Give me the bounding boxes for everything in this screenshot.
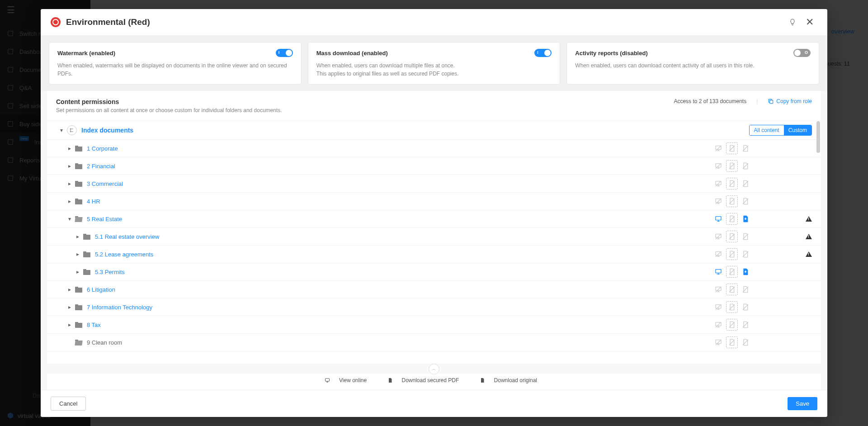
chevron-right-icon[interactable]: ▸ bbox=[72, 251, 83, 257]
save-button[interactable]: Save bbox=[788, 397, 817, 410]
download-secured-pdf-icon[interactable] bbox=[726, 231, 738, 242]
chevron-right-icon[interactable]: ▸ bbox=[64, 322, 75, 328]
view-online-icon[interactable] bbox=[712, 266, 724, 278]
card-title: Activity reports (disabled) bbox=[575, 50, 647, 57]
download-original-icon[interactable] bbox=[740, 160, 751, 172]
download-original-icon[interactable] bbox=[740, 178, 751, 189]
download-secured-pdf-icon[interactable] bbox=[726, 284, 738, 295]
folder-link[interactable]: 6 Litigation bbox=[87, 286, 115, 293]
folder-link[interactable]: 8 Tax bbox=[87, 322, 101, 328]
chevron-right-icon[interactable]: ▸ bbox=[64, 304, 75, 310]
download-secured-pdf-icon[interactable] bbox=[726, 195, 738, 207]
setting-card-0: Watermark (enabled)IWhen enabled, waterm… bbox=[49, 42, 302, 85]
chevron-right-icon[interactable]: ▸ bbox=[64, 145, 75, 151]
folder-link[interactable]: 2 Financial bbox=[87, 163, 115, 170]
chevron-right-icon[interactable]: ▸ bbox=[64, 163, 75, 169]
folder-icon bbox=[75, 181, 82, 187]
download-original-icon[interactable] bbox=[740, 142, 751, 154]
access-count: Access to 2 of 133 documents bbox=[674, 98, 746, 104]
tree-row: ▾5 Real Estate bbox=[47, 210, 821, 228]
card-description: When enabled, users can download content… bbox=[575, 62, 811, 70]
permissions-subtitle: Set permissions on all content at once o… bbox=[56, 107, 282, 114]
toggle-switch[interactable]: I bbox=[276, 49, 293, 57]
content-scope-toggle[interactable]: All content Custom bbox=[749, 125, 812, 136]
permission-legend: View online Download secured PDF Downloa… bbox=[47, 374, 821, 390]
folder-link[interactable]: 5.3 Permits bbox=[95, 269, 125, 275]
download-secured-pdf-icon[interactable] bbox=[726, 301, 738, 313]
folder-icon bbox=[83, 234, 90, 240]
hint-bulb-icon[interactable] bbox=[788, 18, 797, 26]
folder-link[interactable]: 4 HR bbox=[87, 198, 100, 205]
folder-icon bbox=[75, 304, 82, 310]
download-original-icon[interactable] bbox=[740, 231, 751, 242]
tree-row: ▸5.2 Lease agreements bbox=[47, 246, 821, 263]
download-original-icon[interactable] bbox=[740, 248, 751, 260]
chevron-right-icon[interactable]: ▸ bbox=[64, 198, 75, 204]
download-secured-pdf-icon[interactable] bbox=[726, 142, 738, 154]
download-original-icon[interactable] bbox=[740, 195, 751, 207]
download-original-icon[interactable] bbox=[740, 301, 751, 313]
download-secured-pdf-icon[interactable] bbox=[726, 248, 738, 260]
permissions-title: Content permissions bbox=[56, 98, 282, 105]
download-secured-pdf-icon[interactable] bbox=[726, 178, 738, 189]
folder-link[interactable]: 5.1 Real estate overview bbox=[95, 233, 159, 240]
cancel-button[interactable]: Cancel bbox=[51, 397, 86, 411]
view-online-icon[interactable] bbox=[712, 248, 724, 260]
tree-row: ▸3 Commercial bbox=[47, 175, 821, 193]
all-content-option[interactable]: All content bbox=[750, 125, 784, 135]
download-original-icon[interactable] bbox=[740, 336, 751, 348]
view-online-icon[interactable] bbox=[712, 142, 724, 154]
folder-icon bbox=[75, 163, 82, 169]
copy-from-role-link[interactable]: Copy from role bbox=[768, 98, 812, 104]
chevron-right-icon[interactable]: ▸ bbox=[72, 269, 83, 275]
view-online-icon[interactable] bbox=[712, 160, 724, 172]
view-online-icon[interactable] bbox=[712, 284, 724, 295]
folder-link[interactable]: 1 Corporate bbox=[87, 145, 118, 152]
tree-row: ▸8 Tax bbox=[47, 316, 821, 334]
chevron-down-icon[interactable]: ▾ bbox=[64, 216, 75, 222]
folder-link[interactable]: 7 Information Technology bbox=[87, 304, 152, 311]
collapse-legend-button[interactable]: ︿ bbox=[429, 364, 439, 374]
tree-row: ▸5.3 Permits bbox=[47, 263, 821, 281]
index-documents-link[interactable]: Index documents bbox=[81, 127, 749, 134]
download-original-icon[interactable] bbox=[740, 319, 751, 331]
svg-point-10 bbox=[70, 128, 71, 129]
tree-scrollbar[interactable] bbox=[816, 121, 820, 153]
view-online-icon[interactable] bbox=[712, 319, 724, 331]
download-secured-pdf-icon[interactable] bbox=[726, 213, 738, 225]
toggle-switch[interactable]: I bbox=[534, 49, 552, 57]
toggle-switch[interactable]: O bbox=[793, 49, 811, 57]
chevron-right-icon[interactable]: ▸ bbox=[72, 233, 83, 240]
download-original-icon[interactable] bbox=[740, 266, 751, 278]
tree-row: 9 Clean room bbox=[47, 334, 821, 351]
folder-tree: ▾ Index documents All content Custom ▸1 … bbox=[47, 121, 821, 364]
chevron-right-icon[interactable]: ▸ bbox=[64, 286, 75, 293]
view-online-icon[interactable] bbox=[712, 231, 724, 242]
download-secured-pdf-icon[interactable] bbox=[726, 336, 738, 348]
chevron-right-icon[interactable]: ▸ bbox=[64, 180, 75, 187]
view-online-icon[interactable] bbox=[712, 195, 724, 207]
custom-option[interactable]: Custom bbox=[784, 125, 811, 135]
download-original-icon[interactable] bbox=[740, 284, 751, 295]
folder-icon bbox=[75, 322, 82, 328]
download-original-icon[interactable] bbox=[740, 213, 751, 225]
close-icon[interactable]: ✕ bbox=[802, 15, 817, 29]
role-permissions-modal: Environmental (Red) ✕ Watermark (enabled… bbox=[41, 9, 827, 417]
folder-link[interactable]: 3 Commercial bbox=[87, 180, 123, 187]
download-secured-pdf-icon[interactable] bbox=[726, 266, 738, 278]
download-secured-pdf-icon[interactable] bbox=[726, 160, 738, 172]
folder-icon bbox=[75, 340, 82, 346]
svg-rect-9 bbox=[770, 100, 773, 104]
folder-link[interactable]: 5 Real Estate bbox=[87, 216, 122, 222]
tree-row: ▸1 Corporate bbox=[47, 140, 821, 157]
view-online-icon[interactable] bbox=[712, 301, 724, 313]
view-online-icon[interactable] bbox=[712, 178, 724, 189]
download-secured-pdf-icon[interactable] bbox=[726, 319, 738, 331]
folder-link[interactable]: 9 Clean room bbox=[87, 339, 122, 346]
view-online-icon[interactable] bbox=[712, 336, 724, 348]
chevron-down-icon[interactable]: ▾ bbox=[56, 127, 67, 133]
view-online-icon[interactable] bbox=[712, 213, 724, 225]
index-icon bbox=[67, 125, 77, 135]
folder-link[interactable]: 5.2 Lease agreements bbox=[95, 251, 153, 258]
card-title: Mass download (enabled) bbox=[316, 50, 388, 57]
